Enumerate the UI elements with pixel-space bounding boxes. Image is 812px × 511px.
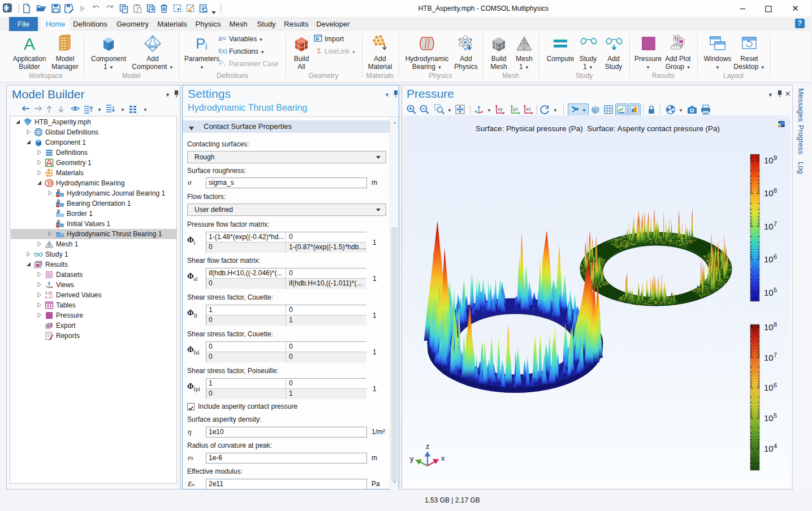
svg-text:yz: yz [513, 106, 519, 112]
svg-text:10: 10 [764, 353, 774, 362]
svg-text:P: P [196, 35, 205, 52]
svg-text:10: 10 [764, 383, 774, 392]
svg-text:4: 4 [774, 443, 777, 449]
svg-text:y: y [410, 454, 414, 463]
svg-text:8: 8 [774, 321, 777, 328]
svg-text:D: D [57, 209, 60, 213]
svg-text:10: 10 [764, 222, 774, 231]
svg-text:i: i [224, 63, 225, 68]
svg-text:e-12: e-12 [45, 295, 53, 299]
svg-text:D: D [57, 189, 60, 193]
svg-text:xz: xz [526, 106, 532, 112]
svg-text:8.85: 8.85 [45, 291, 53, 295]
svg-text:10: 10 [764, 254, 774, 264]
svg-text:D: D [57, 219, 60, 223]
svg-text:a=: a= [218, 34, 226, 42]
svg-text:5: 5 [774, 412, 777, 419]
svg-text:7: 7 [774, 220, 777, 227]
svg-text:x: x [441, 454, 445, 462]
svg-text:10: 10 [764, 288, 774, 297]
svg-text:D: D [57, 199, 60, 203]
svg-text:6: 6 [774, 253, 777, 260]
svg-text:A: A [24, 34, 35, 53]
svg-text:6: 6 [774, 382, 777, 388]
svg-text:8: 8 [774, 187, 777, 194]
svg-text:xy: xy [498, 106, 503, 112]
svg-text:9: 9 [774, 154, 777, 161]
svg-text:10: 10 [764, 155, 774, 165]
svg-text:10: 10 [764, 444, 774, 453]
svg-text:5: 5 [774, 287, 777, 293]
svg-text:10: 10 [764, 188, 774, 198]
svg-text:10: 10 [764, 413, 774, 423]
svg-text:P: P [219, 59, 223, 67]
svg-text:f(x): f(x) [218, 47, 227, 54]
svg-text:7: 7 [774, 352, 777, 358]
svg-text:10: 10 [764, 322, 774, 332]
svg-text:i: i [205, 42, 208, 51]
svg-text:Surface: Physical pressure (Pa: Surface: Physical pressure (Pa) Surface:… [476, 124, 720, 133]
svg-text:z: z [426, 442, 430, 451]
